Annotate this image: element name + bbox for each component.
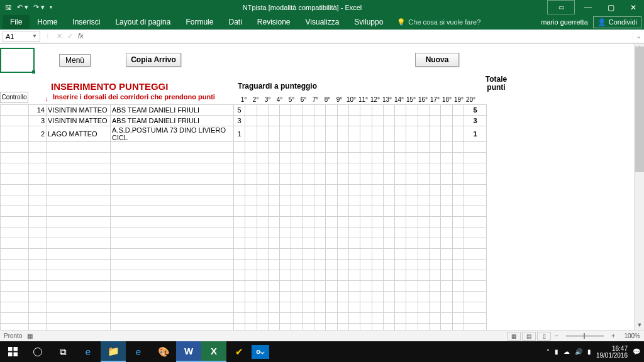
cell[interactable] <box>406 116 418 126</box>
nuova-button[interactable]: Nuova <box>415 53 459 67</box>
tab-formule[interactable]: Formule <box>178 15 221 29</box>
controllo-cell[interactable]: Controllo <box>0 92 28 103</box>
cell[interactable]: ABS TEAM DANIELI FRIULI <box>111 116 234 126</box>
cell[interactable] <box>268 195 279 206</box>
cell[interactable] <box>326 249 337 260</box>
cell[interactable] <box>268 174 279 185</box>
explorer-icon[interactable]: 📁 <box>101 341 126 362</box>
save-icon[interactable]: 🖫 <box>5 4 12 11</box>
cell[interactable] <box>418 185 429 195</box>
cell[interactable] <box>406 217 418 228</box>
tray-chevron-icon[interactable]: ˄ <box>547 348 550 355</box>
cell[interactable] <box>464 281 486 292</box>
cell[interactable] <box>372 163 383 174</box>
cell[interactable] <box>234 163 245 174</box>
cell[interactable] <box>360 238 372 249</box>
cell[interactable] <box>111 249 234 260</box>
cell[interactable] <box>1 292 29 302</box>
cell[interactable] <box>348 174 360 185</box>
cell[interactable] <box>47 185 111 195</box>
tab-revisione[interactable]: Revisione <box>250 15 298 29</box>
cell[interactable] <box>452 260 464 270</box>
cell[interactable] <box>303 302 314 313</box>
minimize-button[interactable]: — <box>577 0 599 14</box>
table-row[interactable] <box>1 313 487 324</box>
cell[interactable] <box>291 195 303 206</box>
tray-clock[interactable]: 16:47 19/01/2016 <box>596 345 628 359</box>
cell[interactable] <box>464 313 486 324</box>
table-row[interactable] <box>1 185 487 195</box>
cell[interactable] <box>348 142 360 153</box>
cell[interactable] <box>268 249 279 260</box>
cell[interactable] <box>303 105 314 116</box>
table-row[interactable] <box>1 174 487 185</box>
name-box[interactable]: A1 ▼ <box>3 31 40 42</box>
cell[interactable] <box>337 217 348 228</box>
cell[interactable] <box>291 163 303 174</box>
cell[interactable] <box>360 228 372 238</box>
cell[interactable] <box>383 185 394 195</box>
cell[interactable] <box>303 153 314 163</box>
cell[interactable] <box>314 217 326 228</box>
cell[interactable] <box>303 206 314 217</box>
cell[interactable] <box>234 185 245 195</box>
cell[interactable] <box>452 126 464 142</box>
cell[interactable] <box>360 302 372 313</box>
cell[interactable] <box>395 292 406 302</box>
cell[interactable]: 5 <box>464 105 486 116</box>
cell[interactable] <box>360 116 372 126</box>
cell[interactable] <box>360 153 372 163</box>
cell[interactable] <box>441 195 452 206</box>
cell[interactable] <box>464 228 486 238</box>
cell[interactable] <box>1 302 29 313</box>
cell[interactable] <box>464 238 486 249</box>
cell[interactable] <box>326 260 337 270</box>
cell[interactable] <box>291 217 303 228</box>
cell[interactable] <box>441 313 452 324</box>
cell[interactable] <box>1 174 29 185</box>
cell[interactable] <box>383 195 394 206</box>
cell[interactable] <box>430 260 441 270</box>
cell[interactable] <box>326 153 337 163</box>
cell[interactable] <box>348 238 360 249</box>
cell[interactable] <box>418 281 429 292</box>
cell[interactable] <box>268 238 279 249</box>
cell[interactable] <box>314 249 326 260</box>
cell[interactable] <box>245 174 257 185</box>
cell[interactable] <box>406 153 418 163</box>
enter-formula-icon[interactable]: ✓ <box>67 32 73 40</box>
cell[interactable] <box>441 126 452 142</box>
cell[interactable] <box>111 185 234 195</box>
cell[interactable] <box>418 174 429 185</box>
cell[interactable] <box>314 313 326 324</box>
cell[interactable] <box>257 249 268 260</box>
cell[interactable] <box>29 238 47 249</box>
cell[interactable] <box>372 302 383 313</box>
table-row[interactable] <box>1 302 487 313</box>
cell[interactable] <box>464 185 486 195</box>
cell[interactable] <box>280 292 291 302</box>
cell[interactable] <box>29 292 47 302</box>
cell[interactable] <box>245 116 257 126</box>
cell[interactable] <box>326 281 337 292</box>
cell[interactable] <box>257 153 268 163</box>
cell[interactable] <box>280 174 291 185</box>
cell[interactable] <box>360 313 372 324</box>
cell[interactable] <box>1 206 29 217</box>
cell[interactable] <box>372 153 383 163</box>
cell[interactable] <box>430 142 441 153</box>
cell[interactable] <box>291 292 303 302</box>
cell[interactable] <box>245 281 257 292</box>
cell[interactable] <box>360 217 372 228</box>
cell[interactable] <box>395 153 406 163</box>
cell[interactable] <box>291 153 303 163</box>
cell[interactable] <box>111 206 234 217</box>
cell[interactable] <box>303 163 314 174</box>
cell[interactable] <box>372 270 383 281</box>
view-break-icon[interactable]: ▯ <box>537 332 551 341</box>
cell[interactable] <box>372 313 383 324</box>
cell[interactable] <box>406 163 418 174</box>
cell[interactable] <box>406 281 418 292</box>
norton-icon[interactable]: ✔ <box>226 341 252 362</box>
cell[interactable] <box>29 206 47 217</box>
